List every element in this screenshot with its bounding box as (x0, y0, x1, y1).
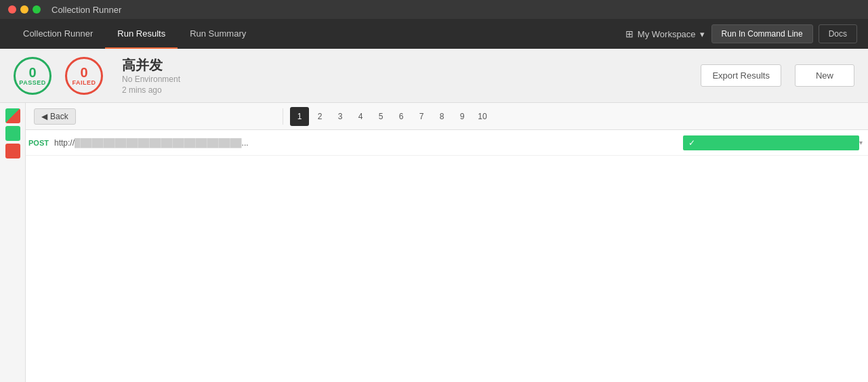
iteration-tab-1[interactable]: 1 (290, 107, 309, 126)
tab-run-results[interactable]: Run Results (105, 19, 178, 49)
run-time: 2 mins ago (122, 85, 180, 95)
iteration-tabs: 1 2 3 4 5 6 7 8 9 10 (283, 107, 499, 126)
run-title: 高并发 (122, 56, 180, 75)
main-area: ◀ Back 1 2 3 4 5 6 7 8 9 10 POST (0, 103, 868, 382)
tab-collection-runner[interactable]: Collection Runner (11, 19, 105, 49)
run-info: 高并发 No Environment 2 mins ago (122, 56, 180, 95)
check-icon: ✓ (688, 138, 695, 148)
iteration-tab-7[interactable]: 7 (412, 107, 431, 126)
failed-badge: 0 FAILED (65, 57, 103, 95)
back-arrow-icon: ◀ (41, 112, 47, 121)
passed-label: PASSED (19, 79, 45, 86)
request-list: POST http://████████████████████████████… (26, 130, 868, 382)
left-sidebar (0, 103, 26, 382)
new-button[interactable]: New (795, 64, 854, 87)
maximize-button[interactable] (33, 5, 41, 14)
iteration-tab-8[interactable]: 8 (432, 107, 451, 126)
run-environment: No Environment (122, 75, 180, 84)
close-button[interactable] (8, 5, 16, 14)
title-bar: Collection Runner (0, 0, 868, 19)
back-section: ◀ Back (26, 108, 283, 125)
workspace-label: My Workspace (638, 29, 696, 39)
nav-actions: Run In Command Line Docs (711, 24, 857, 43)
back-button[interactable]: ◀ Back (34, 108, 76, 125)
run-command-line-button[interactable]: Run In Command Line (711, 24, 813, 43)
request-content: POST http://████████████████████████████… (26, 135, 868, 150)
back-label: Back (50, 112, 68, 121)
failed-label: FAILED (72, 79, 96, 86)
docs-button[interactable]: Docs (819, 24, 857, 43)
traffic-lights (8, 5, 41, 14)
sidebar-icon-green-orange[interactable] (5, 108, 20, 123)
request-url: http://█████████████████████████████... (54, 138, 683, 148)
iteration-tab-5[interactable]: 5 (371, 107, 390, 126)
export-results-button[interactable]: Export Results (701, 64, 781, 87)
iteration-tab-6[interactable]: 6 (392, 107, 411, 126)
tab-run-summary[interactable]: Run Summary (178, 19, 258, 49)
workspace-dropdown-icon: ▾ (700, 29, 705, 39)
iteration-tab-2[interactable]: 2 (310, 107, 329, 126)
failed-count: 0 (80, 66, 87, 79)
sidebar-icon-red[interactable] (5, 144, 20, 158)
toolbar-row: ◀ Back 1 2 3 4 5 6 7 8 9 10 (26, 103, 868, 130)
method-badge: POST (26, 137, 51, 148)
nav-bar: Collection Runner Run Results Run Summar… (0, 19, 868, 49)
passed-count: 0 (28, 66, 36, 79)
sidebar-icon-green[interactable] (5, 126, 20, 141)
iteration-tab-10[interactable]: 10 (473, 107, 492, 126)
row-dropdown-icon[interactable]: ▾ (859, 139, 868, 146)
workspace-icon: ⊞ (625, 28, 634, 39)
table-row[interactable]: POST http://████████████████████████████… (26, 130, 868, 156)
pass-bar: ✓ (683, 135, 859, 150)
summary-bar: 0 PASSED 0 FAILED 高并发 No Environment 2 m… (0, 49, 868, 103)
content-area: ◀ Back 1 2 3 4 5 6 7 8 9 10 POST (26, 103, 868, 382)
workspace-selector[interactable]: ⊞ My Workspace ▾ (619, 26, 711, 42)
iteration-tab-9[interactable]: 9 (453, 107, 472, 126)
minimize-button[interactable] (20, 5, 28, 14)
window-title: Collection Runner (51, 5, 121, 15)
passed-badge: 0 PASSED (14, 57, 51, 95)
iteration-tab-4[interactable]: 4 (351, 107, 370, 126)
iteration-tab-3[interactable]: 3 (331, 107, 350, 126)
